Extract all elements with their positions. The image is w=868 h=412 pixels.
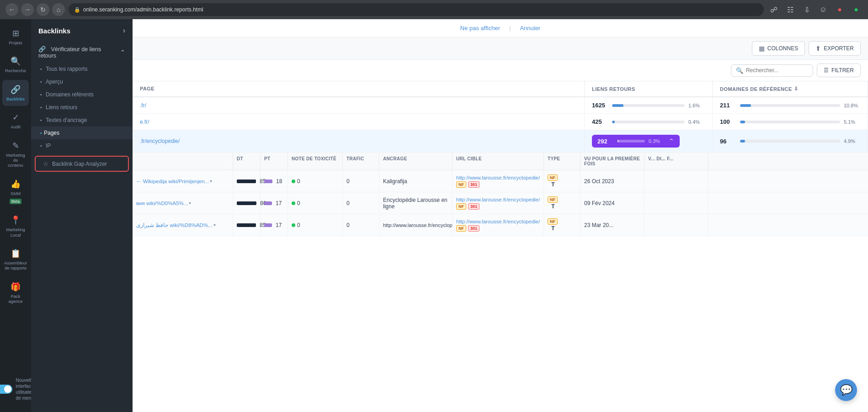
forward-button[interactable]: → (21, 3, 34, 16)
liens-bar (618, 140, 618, 143)
domain-link[interactable]: ← Wikipedija wiki/Primijenjen... (136, 179, 209, 184)
bookmark-icon[interactable]: ☷ (784, 3, 797, 16)
page-url: e.fr/ (140, 119, 149, 125)
sub-col-pt[interactable]: PT (261, 153, 288, 170)
extension-icon[interactable]: ● (833, 3, 846, 16)
dom-value: 100 (720, 118, 736, 125)
sidebar-item-liens-retours[interactable]: Liens retours (31, 101, 133, 114)
smm-label: SMM (11, 191, 21, 196)
filter-button[interactable]: ☰ FILTRER (817, 63, 861, 77)
sub-col-type[interactable]: TYPE (544, 153, 580, 170)
pt-value: 18 (276, 178, 282, 185)
dom-bar (740, 104, 751, 107)
sub-type-cell: NF T (544, 214, 580, 236)
app-layout: ⊞ Projets 🔍 Recherche 🔗 Backlinks ✓ Audi… (0, 19, 868, 412)
annuler-link[interactable]: Annuler (520, 25, 540, 32)
sub-col-toxicity[interactable]: NOTE DE TOXICITÉ (288, 153, 343, 170)
search-input[interactable] (746, 67, 808, 74)
assembleur-icon: 📋 (11, 248, 21, 259)
dropdown-arrow[interactable]: ▾ (213, 222, 216, 227)
exporter-button[interactable]: ⬆ EXPORTER (809, 41, 861, 56)
pt-bar-fill (264, 201, 272, 205)
domain-link[interactable]: вия wiki/%D0%A5%... (136, 201, 188, 206)
verificateur-section: 🔗 Vérificateur de liens retours ⌃ Tous l… (31, 40, 133, 154)
extensions-icon[interactable]: ● (850, 3, 863, 16)
liens-value: 1625 (592, 102, 608, 109)
badge-301: 301 (468, 225, 479, 232)
pack-agence-label: Pack agence (5, 294, 26, 304)
url-cible-link[interactable]: http://www.larousse.fr/encyclopedie/ (456, 197, 540, 202)
url-cible-link[interactable]: http://www.larousse.fr/encyclopedie/ (456, 175, 540, 180)
sub-col-extra[interactable]: V... DI... F... (644, 153, 708, 170)
ne-pas-afficher-link[interactable]: Ne pas afficher (460, 25, 500, 32)
sidebar-item-apercu[interactable]: Aperçu (31, 75, 133, 88)
liens-retours-column-header[interactable]: LIENS RETOURS (585, 81, 713, 96)
backlink-gap-analyzer-item[interactable]: ☆ Backlink Gap Analyzer (35, 156, 129, 172)
dom-value: 211 (720, 102, 736, 109)
chat-bubble[interactable]: 💬 (835, 379, 857, 401)
url-cible-link[interactable]: http://www.larousse.fr/encyclopedie/ (456, 219, 540, 224)
sidebar-item-pages[interactable]: Pages (31, 127, 133, 139)
dt-bar-fill (237, 223, 256, 227)
table-row-active[interactable]: .fr/encyclopedie/ 292 0.3% ⌃ 96 (133, 130, 868, 153)
sub-col-domain (133, 153, 233, 170)
page-url-cell: e.fr/ (133, 114, 585, 130)
sidebar-item-textes-ancrage[interactable]: Textes d'ancrage (31, 114, 133, 127)
sidebar-item-projets[interactable]: ⊞ Projets (2, 24, 29, 50)
sub-col-url-cible[interactable]: URL CIBLE (453, 153, 544, 170)
domain-link[interactable]: حافظ شیرازی wiki/%D8%AD%... (136, 222, 213, 228)
badge-301: 301 (468, 181, 479, 188)
sidebar-item-ip[interactable]: IP (31, 139, 133, 152)
sub-col-first-seen[interactable]: VU POUR LA PREMIÈRE FOIS (580, 153, 644, 170)
sub-table-row[interactable]: حافظ شیرازی wiki/%D8%AD%... ▾ 85 17 (133, 214, 868, 236)
back-button[interactable]: ← (5, 3, 18, 16)
toggle-switch[interactable] (0, 385, 12, 394)
table-row[interactable]: e.fr/ 425 0.4% 100 (133, 114, 868, 130)
sidebar-item-pack-agence[interactable]: 🎁 Pack agence (2, 277, 29, 309)
sub-domain-cell: вия wiki/%D0%A5%... ▾ (133, 192, 233, 214)
type-t: T (551, 203, 554, 210)
sub-col-trafic[interactable]: TRAFIC (343, 153, 379, 170)
sidebar-item-smm[interactable]: 👍 SMM Beta (2, 174, 29, 209)
sub-col-ancrage[interactable]: ANCRAGE (379, 153, 453, 170)
colonnes-button[interactable]: ▦ COLONNES (752, 41, 805, 56)
dom-pct: 5.1% (844, 119, 860, 125)
sidebar-item-marketing-contenu[interactable]: ✎ Marketing de contenu (2, 136, 29, 173)
liens-bar-bg (618, 140, 645, 143)
sidebar-item-recherche[interactable]: 🔍 Recherche (2, 52, 29, 78)
dropdown-arrow[interactable]: ▾ (189, 201, 191, 206)
sidebar-item-audit[interactable]: ✓ Audit (2, 108, 29, 134)
sidebar-item-domaines-referents[interactable]: Domaines référents (31, 88, 133, 101)
sidebar-item-tous-rapports[interactable]: Tous les rapports (31, 63, 133, 75)
home-button[interactable]: ⌂ (52, 3, 65, 16)
type-nf-badge: NF (548, 174, 558, 181)
colonnes-icon: ▦ (759, 45, 765, 52)
nouvelle-interface-toggle[interactable]: Nouvelle interface utilisateur de menu (0, 374, 31, 405)
sub-col-dt[interactable]: DT (233, 153, 261, 170)
liens-pct: 1.6% (688, 103, 705, 108)
translate-icon[interactable]: ☍ (767, 3, 780, 16)
sidebar-item-assembleur[interactable]: 📋 Assembleur de rapports (2, 244, 29, 275)
sub-table-row[interactable]: вия wiki/%D0%A5%... ▾ 86 17 (133, 192, 868, 214)
dropdown-arrow[interactable]: ▾ (210, 179, 212, 184)
domaines-reference-column-header[interactable]: DOMAINES DE RÉFÉRENCE ⇩ (713, 81, 868, 96)
address-bar[interactable]: 🔒 online.seranking.com/admin.backlink.re… (69, 3, 764, 16)
reload-button[interactable]: ↻ (37, 3, 49, 16)
profile-icon[interactable]: ☺ (817, 3, 830, 16)
download-icon[interactable]: ⇩ (800, 3, 813, 16)
toolbar: ▦ COLONNES ⬆ EXPORTER (133, 37, 868, 60)
sidebar-item-backlinks[interactable]: 🔗 Backlinks (2, 80, 29, 106)
sidebar-collapse-button[interactable]: › (123, 26, 125, 35)
table-row[interactable]: .fr/ 1625 1.6% 211 (133, 97, 868, 114)
audit-label: Audit (11, 124, 21, 129)
sub-ancrage-cell: Encyclopédie Larousse en ligne (379, 192, 453, 214)
browser-bar: ← → ↻ ⌂ 🔒 online.seranking.com/admin.bac… (0, 0, 868, 19)
badge-nf: NF (456, 203, 466, 210)
liens-value: 425 (592, 118, 608, 125)
search-box[interactable]: 🔍 (731, 64, 813, 77)
sub-table-row[interactable]: ← Wikipedija wiki/Primijenjen... ▾ 85 18 (133, 170, 868, 192)
verificateur-header[interactable]: 🔗 Vérificateur de liens retours ⌃ (31, 42, 133, 63)
filter-label: FILTRER (831, 67, 854, 74)
sidebar-item-marketing-local[interactable]: 📍 Marketing Local (2, 211, 29, 242)
liens-retours-cell: 1625 1.6% (585, 97, 713, 113)
